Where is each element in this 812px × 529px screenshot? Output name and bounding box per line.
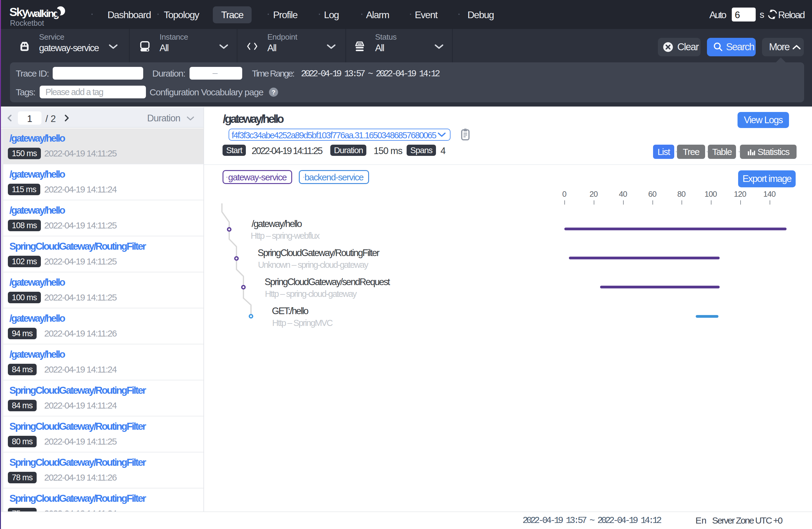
svg-text:?: ? (272, 89, 276, 95)
